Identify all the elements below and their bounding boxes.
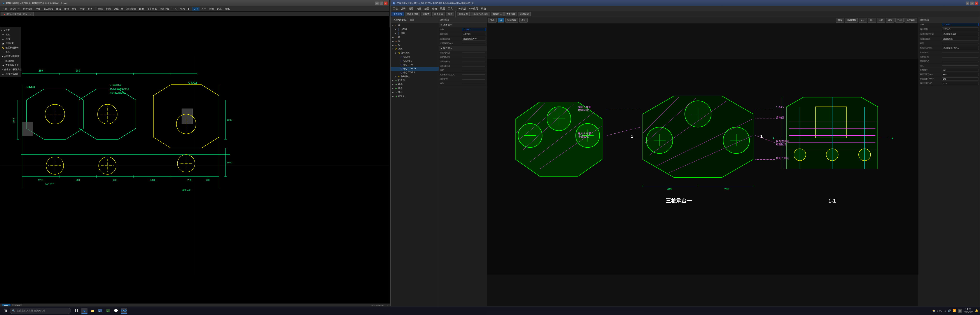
bim-menu-floor[interactable]: 楼层 (407, 6, 415, 11)
bim-rebar-header[interactable]: ▼ 钢筋属性 (439, 46, 487, 51)
menu-measure[interactable]: 测量 (78, 7, 86, 11)
minimize-button[interactable]: ─ (375, 2, 379, 5)
left-panel-area-arc[interactable]: ▭ 面积(含弧线) (0, 72, 21, 76)
tree-item-independent-found[interactable]: ▼ ⬡ 独立基础 (391, 51, 439, 55)
bim-common-types-tab[interactable]: 常用构件类型 (392, 18, 408, 22)
left-panel-set-scale[interactable]: 📏 设置标注比例 (0, 46, 21, 50)
taskbar-edge-icon[interactable]: e (81, 308, 88, 314)
bim-menu-draw[interactable]: 绘图 (423, 6, 431, 11)
menu-text-find[interactable]: 文字查找 (146, 7, 158, 11)
menu-zoom-window[interactable]: 窗口缩放 (42, 7, 54, 11)
bim-select-button[interactable]: 选择 (488, 18, 496, 22)
bim-more-button[interactable]: 更多功能 (518, 12, 531, 16)
bim-dynamic-view-button[interactable]: 动态观察 (905, 18, 917, 22)
bim-menu-edit[interactable]: 编辑 (399, 6, 407, 11)
taskbar-clock[interactable]: 14:29 2021/8/25 (964, 307, 974, 314)
left-panel-modify-dim[interactable]: ✎ 修改单个标注属性 (0, 67, 21, 72)
tree-item-stair[interactable]: ▶ ⌐ 楼梯 (391, 83, 439, 86)
bim-menu-project[interactable]: 工程 (391, 6, 399, 11)
menu-hide-annotation[interactable]: 隐藏注释 (113, 7, 125, 11)
taskbar-app1-icon[interactable]: G+ (97, 308, 103, 314)
tree-item-vict07-1[interactable]: ⬡ (副) CT07-1 (391, 71, 439, 75)
bim-view-quantity-button[interactable]: 查看工程量 (405, 12, 420, 16)
bim-menu-cad[interactable]: CAD识别 (455, 6, 467, 11)
menu-open[interactable]: 打开 (1, 7, 8, 11)
bim-3d-button[interactable]: 三维 (895, 18, 904, 22)
menu-text[interactable]: 文字 (86, 7, 94, 11)
tree-item-door-window[interactable]: ▶ ▭ 门窗洞 (391, 78, 439, 83)
taskbar-task-view[interactable] (73, 308, 80, 314)
taskbar-wechat-icon[interactable]: 💬 (113, 308, 119, 314)
menu-undo[interactable]: 撤销 (63, 7, 70, 11)
bim-help-button[interactable]: 帮助 (446, 12, 454, 16)
bim-modify-button[interactable]: 修改 (519, 18, 528, 22)
menu-scale[interactable]: 比例 (138, 7, 145, 11)
menu-communicate[interactable]: 交流 (192, 7, 199, 11)
menu-fullview[interactable]: 全图 (34, 7, 42, 11)
taskbar-explorer-icon[interactable]: 📁 (89, 308, 95, 314)
bim-basic-props-header[interactable]: ▼ 基本属性 (439, 22, 487, 27)
taskbar-search-bar[interactable]: 🔍 在这里输入你要搜索的内容 (10, 308, 71, 314)
bim-menu-view[interactable]: 视图 (439, 6, 446, 11)
tree-item-foundation[interactable]: ▼ ⬡ 基础 (391, 47, 439, 51)
menu-dim-setting[interactable]: 标注设置 (125, 7, 137, 11)
bim-smart-place-button[interactable]: 智能布置 (505, 18, 518, 22)
taskbar-ime-icon[interactable]: 英 (958, 309, 962, 313)
bim-all-types-tab[interactable]: 全部 (409, 18, 415, 22)
tree-item-decoration[interactable]: ▶ ◈ 装修 (391, 86, 439, 90)
bim-find-element-button[interactable]: 查找图元 (491, 12, 504, 16)
menu-info[interactable]: 资讯 (224, 7, 231, 11)
left-panel-arc-length[interactable]: 〜 弧长 (0, 50, 21, 54)
menu-help[interactable]: 帮助 (208, 7, 215, 11)
tree-item-vict02[interactable]: ⬡ (副) CT02 (391, 63, 439, 67)
menu-layer[interactable]: 图层 (55, 7, 62, 11)
menu-delete[interactable]: 删除 (105, 7, 112, 11)
bim-menu-help[interactable]: 帮助 (480, 6, 487, 11)
menu-redo[interactable]: 恢复 (71, 7, 78, 11)
tree-item-vict03-01[interactable]: ⬡ (副) CT03-01 (391, 67, 439, 71)
bim-menu-tools[interactable]: 工具 (447, 6, 454, 11)
tree-item-custom[interactable]: ▶ ✦ 自定义 (391, 94, 439, 98)
tree-item-wall[interactable]: ▶ ≡ 墙 (391, 35, 439, 39)
tree-item-ctj03-1[interactable]: ⬡ CTJ03-1 (391, 59, 439, 63)
bim-menu-modify[interactable]: 修改 (431, 6, 438, 11)
bim-cloud-check-button[interactable]: 云检查 (421, 12, 431, 16)
bim-legend-button[interactable]: 图例 (835, 18, 844, 22)
bim-summarize-button[interactable]: 汇总计算 (391, 12, 404, 16)
bim-full-view-button[interactable]: 全图 (877, 18, 885, 22)
taskbar-volume-icon[interactable]: 🔊 (948, 309, 951, 312)
taskbar-cad-icon[interactable]: CAD (121, 308, 127, 314)
bim-cad-recognize-button[interactable]: CAD识别各构件 (471, 12, 490, 16)
menu-rotate-screen[interactable]: 屏幕旋转 (158, 7, 170, 11)
bim-menu-bim[interactable]: BIM应用 (468, 6, 479, 11)
taskbar-notification-icon[interactable]: 🔔 (975, 309, 978, 312)
left-panel-align[interactable]: ◁▷ 对齐 (0, 28, 21, 32)
menu-cloud[interactable]: 快看云盘 (22, 7, 34, 11)
menu-style[interactable]: 风格 (216, 7, 223, 11)
bim-menu-component[interactable]: 构件 (415, 6, 423, 11)
left-panel-linear[interactable]: ━ 线性 (0, 32, 21, 37)
bim-maximize-button[interactable]: □ (970, 2, 974, 5)
menu-anyline[interactable]: 任意线 (94, 7, 104, 11)
bim-batch-recognize-button[interactable]: 批量识别 (457, 12, 470, 16)
left-panel-rect-area[interactable]: ▣ 矩形面积 (0, 41, 21, 46)
left-panel-continuous-measure[interactable]: ⟶ 连续测量 (0, 59, 21, 63)
taskbar-network-icon[interactable]: 📶 (953, 309, 956, 312)
tree-item-other[interactable]: ▶ ○ 其他 (391, 90, 439, 94)
menu-recent[interactable]: 最近打开 (9, 7, 21, 11)
tree-item-strip-found[interactable]: ▶ ━ 条形基础 (391, 75, 439, 78)
bim-zoom-out-button[interactable]: 缩小 (868, 18, 876, 22)
left-panel-segment-length[interactable]: ◉ 查看分段长度 (0, 63, 21, 67)
bim-hide-cad-button[interactable]: 隐藏CAD (845, 18, 858, 22)
bim-minimize-button[interactable]: ─ (966, 2, 969, 5)
close-button[interactable]: ✕ (384, 2, 387, 5)
taskbar-app2-icon[interactable]: GJ (105, 308, 111, 314)
cad-tab-fire[interactable]: ● 消防水池建筑施工图w... ✕ (1, 12, 34, 16)
bim-close-button[interactable]: ✕ (975, 2, 978, 5)
tree-item-frame-column[interactable]: ▶ │ 框架柱 (391, 27, 439, 31)
menu-ip[interactable]: IP (187, 7, 192, 11)
menu-about[interactable]: 关于 (200, 7, 207, 11)
start-button[interactable]: ⊞ (2, 307, 9, 314)
menu-account[interactable]: 账号 (179, 7, 186, 11)
left-panel-area[interactable]: ▭ 面积 (0, 37, 21, 41)
